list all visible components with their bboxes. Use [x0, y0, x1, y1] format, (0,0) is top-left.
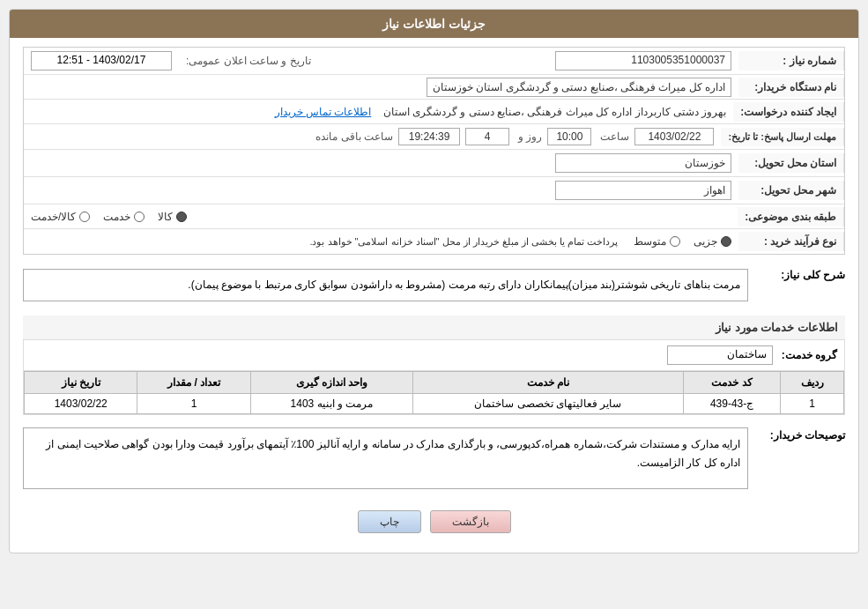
label-days: روز و [518, 130, 542, 143]
label-buyer: نام دستگاه خریدار: [738, 78, 844, 97]
value-deadline: 1403/02/22 ساعت 10:00 روز و 4 19:24:39 س… [24, 124, 721, 149]
label-kala: کالا [158, 211, 173, 223]
label-jozi: جزیی [694, 235, 717, 248]
province-display: خوزستان [555, 153, 731, 173]
service-table: ردیف کد خدمت نام خدمت واحد اندازه گیری ت… [24, 371, 844, 414]
deadline-remain-display: 19:24:39 [398, 128, 460, 145]
contact-link[interactable]: اطلاعات تماس خریدار [275, 106, 372, 118]
radio-khadamat[interactable] [134, 212, 145, 222]
row-province: استان محل تحویل: خوزستان [24, 150, 844, 177]
table-row: 1 ج-43-439 سایر فعالیتهای تخصصی ساختمان … [25, 394, 844, 414]
buyer-display: اداره کل میراث فرهنگی ،صنایع دستی و گردش… [427, 78, 731, 97]
main-card: جزئیات اطلاعات نیاز شماره نیاز : 1103005… [9, 9, 859, 553]
service-group-display: ساختمان [667, 345, 773, 365]
label-deadline: مهلت ارسال پاسخ: تا تاریخ: [721, 128, 844, 146]
notes-section: توصیحات خریدار: ارایه مدارک و مستندات شر… [23, 424, 845, 493]
th-qty: تعداد / مقدار [137, 372, 250, 394]
service-info-title: اطلاعات خدمات مورد نیاز [23, 316, 845, 340]
category-option-kala: کالا [158, 211, 187, 223]
description-content: مرمت بناهای تاریخی شوشتر(بند میزان)پیمان… [23, 264, 748, 307]
info-section-top: شماره نیاز : 1103005351000037 تاریخ و سا… [23, 47, 845, 255]
label-creator: ایجاد کننده درخواست: [733, 102, 844, 122]
buyer-notes-text: ارایه مدارک و مستندات شرکت،شماره همراه،ک… [46, 438, 740, 468]
th-row: ردیف [781, 372, 844, 394]
value-buyer: اداره کل میراث فرهنگی ،صنایع دستی و گردش… [24, 78, 738, 97]
row-deadline: مهلت ارسال پاسخ: تا تاریخ: 1403/02/22 سا… [24, 124, 844, 150]
label-need-number: شماره نیاز : [738, 51, 844, 71]
service-group-row: گروه خدمت: ساختمان [23, 340, 845, 371]
value-announce: 1403/02/17 - 12:51 [24, 48, 179, 74]
label-time: ساعت [600, 130, 629, 143]
value-creator: بهروز دشتی کاربرداز اداره کل میراث فرهنگ… [24, 102, 733, 122]
value-purchase-type: متوسط جزیی پرداخت تمام یا بخشی از مبلغ خ… [24, 232, 738, 251]
service-table-section: ردیف کد خدمت نام خدمت واحد اندازه گیری ت… [23, 371, 845, 415]
label-kala-khadamat: کالا/خدمت [31, 211, 76, 223]
deadline-time-display: 10:00 [547, 128, 591, 145]
cell-date-0: 1403/02/22 [25, 394, 137, 414]
label-announce: تاریخ و ساعت اعلان عمومی: [179, 51, 318, 71]
page-title: جزئیات اطلاعات نیاز [382, 17, 486, 31]
value-city: اهواز [24, 177, 738, 204]
category-option-khadamat: خدمت [103, 211, 145, 223]
label-purchase-type: نوع فرآیند خرید : [738, 232, 844, 251]
description-section: شرح کلی نیاز: مرمت بناهای تاریخی شوشتر(ب… [23, 264, 845, 307]
description-box: مرمت بناهای تاریخی شوشتر(بند میزان)پیمان… [23, 269, 748, 301]
row-purchase-type: نوع فرآیند خرید : متوسط جزیی [24, 229, 844, 254]
label-remain: ساعت باقی مانده [315, 130, 393, 143]
radio-motavaset[interactable] [670, 236, 680, 247]
notes-content: ارایه مدارک و مستندات شرکت،شماره همراه،ک… [23, 424, 748, 493]
radio-kala[interactable] [176, 212, 187, 222]
need-number-display: 1103005351000037 [555, 51, 731, 71]
description-text: مرمت بناهای تاریخی شوشتر(بند میزان)پیمان… [188, 279, 740, 291]
value-need-number: 1103005351000037 [318, 48, 738, 74]
purchase-option-jozi: جزیی [694, 235, 731, 248]
city-display: اهواز [555, 181, 731, 200]
cell-qty-0: 1 [137, 394, 250, 414]
label-khadamat: خدمت [103, 211, 130, 223]
announce-datetime-display: 1403/02/17 - 12:51 [31, 51, 172, 71]
value-province: خوزستان [24, 150, 738, 176]
cell-unit-0: مرمت و ابنیه 1403 [250, 394, 412, 414]
button-row: بازگشت چاپ [23, 500, 845, 544]
cell-name-0: سایر فعالیتهای تخصصی ساختمان [413, 394, 684, 414]
purchase-note: پرداخت تمام یا بخشی از مبلغ خریدار از مح… [309, 236, 618, 248]
label-category: طبقه بندی موضوعی: [738, 207, 844, 227]
page-header: جزئیات اطلاعات نیاز [10, 10, 858, 38]
th-name: نام خدمت [413, 372, 684, 394]
deadline-date-display: 1403/02/22 [634, 128, 714, 145]
row-buyer: نام دستگاه خریدار: اداره کل میراث فرهنگی… [24, 75, 844, 100]
buyer-notes-box: ارایه مدارک و مستندات شرکت،شماره همراه،ک… [23, 427, 748, 489]
row-need-number: شماره نیاز : 1103005351000037 تاریخ و سا… [24, 48, 844, 75]
print-button[interactable]: چاپ [358, 510, 421, 533]
row-city: شهر محل تحویل: اهواز [24, 177, 844, 204]
th-date: تاریخ نیاز [25, 372, 137, 394]
radio-jozi[interactable] [721, 236, 731, 247]
row-creator: ایجاد کننده درخواست: بهروز دشتی کاربرداز… [24, 100, 844, 124]
label-motavaset: متوسط [634, 235, 666, 248]
label-description: شرح کلی نیاز: [748, 264, 845, 281]
label-buyer-notes: توصیحات خریدار: [748, 424, 845, 442]
th-code: کد خدمت [683, 372, 781, 394]
purchase-option-motavaset: متوسط [634, 235, 680, 248]
value-category: کالا/خدمت خدمت کالا [24, 207, 738, 227]
radio-kala-khadamat[interactable] [79, 212, 90, 222]
creator-text: بهروز دشتی کاربرداز اداره کل میراث فرهنگ… [383, 106, 727, 118]
label-city: شهر محل تحویل: [738, 181, 844, 200]
back-button[interactable]: بازگشت [430, 510, 511, 533]
label-province: استان محل تحویل: [738, 153, 844, 173]
cell-code-0: ج-43-439 [683, 394, 781, 414]
row-category: طبقه بندی موضوعی: کالا/خدمت خدمت [24, 204, 844, 229]
label-service-group: گروه خدمت: [782, 349, 837, 361]
deadline-days-display: 4 [465, 128, 509, 145]
th-unit: واحد اندازه گیری [250, 372, 412, 394]
cell-row-0: 1 [781, 394, 844, 414]
category-option-kala-khadamat: کالا/خدمت [31, 211, 90, 223]
